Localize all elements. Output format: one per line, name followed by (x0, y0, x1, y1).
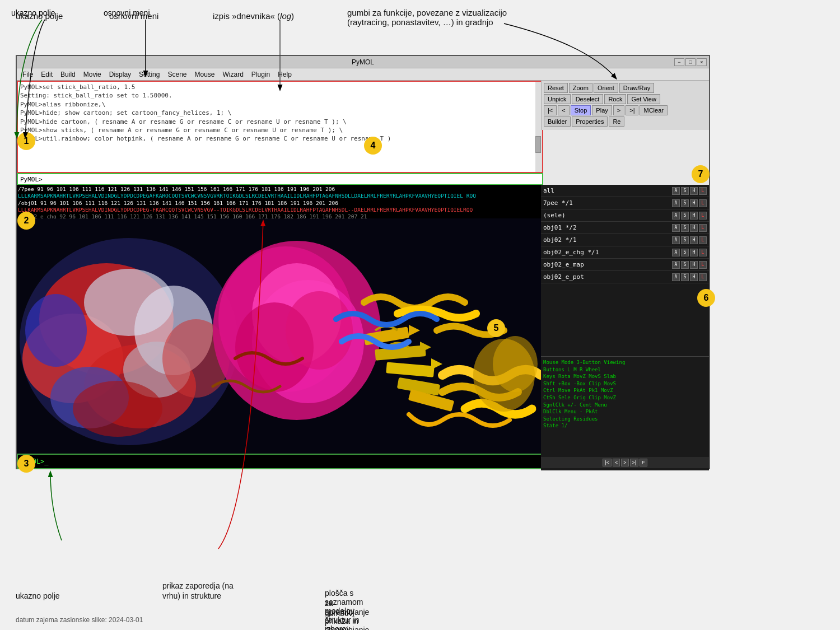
obj-sele-btn-h[interactable]: H (690, 212, 698, 220)
last-frame-btn[interactable]: >| (626, 105, 638, 115)
menu-plugin[interactable]: Plugin (248, 69, 273, 80)
pb-prev[interactable]: < (613, 459, 620, 466)
obj-sele-btn-l[interactable]: L (699, 212, 707, 220)
menu-help[interactable]: Help (274, 69, 295, 80)
obj-all-btn-l[interactable]: L (699, 187, 707, 195)
obj-obj01-btn-h[interactable]: H (690, 224, 698, 232)
getview-btn[interactable]: Get View (627, 94, 660, 104)
obj-obj02-btn-h[interactable]: H (690, 236, 698, 244)
seq-line-1: /7pee 91 96 101 106 111 116 121 126 131 … (18, 186, 542, 193)
obj-sele-btn-s[interactable]: S (681, 212, 689, 220)
obj-obj02-chg-btn-a[interactable]: A (672, 249, 680, 256)
mouse-mode-line2: Keys Rota MovZ MovS Slab (543, 373, 707, 380)
obj-obj02-btn-l[interactable]: L (699, 236, 707, 244)
obj-all-btn-a[interactable]: A (672, 187, 680, 195)
play-btn[interactable]: Play (592, 105, 612, 115)
menu-mouse[interactable]: Mouse (191, 69, 218, 80)
menu-movie[interactable]: Movie (80, 69, 105, 80)
unpick-btn[interactable]: Unpick (544, 94, 571, 104)
pb-flag[interactable]: F (640, 459, 647, 466)
obj-obj02-map[interactable]: obj02_e_map A S H L (541, 259, 709, 271)
obj-obj02-pot-btn-h[interactable]: H (690, 273, 698, 281)
menu-scene[interactable]: Scene (164, 69, 190, 80)
obj-obj01-btn-s[interactable]: S (681, 224, 689, 232)
close-btn[interactable]: × (697, 58, 707, 66)
menu-file[interactable]: File (19, 69, 36, 80)
cmd-input-top[interactable]: PyMOL> (17, 173, 543, 185)
obj-obj02-map-btn-s[interactable]: S (681, 261, 689, 269)
zoom-btn[interactable]: Zoom (569, 83, 592, 93)
mclear-btn[interactable]: MClear (640, 105, 667, 115)
menu-build[interactable]: Build (57, 69, 79, 80)
obj-all-btn-s[interactable]: S (681, 187, 689, 195)
obj-7pee-btns: A S H L (672, 199, 707, 207)
obj-obj02-pot-btn-l[interactable]: L (699, 273, 707, 281)
obj-obj02-pot[interactable]: obj02_e_pot A S H L (541, 271, 709, 283)
obj-obj01-name: obj01 */2 (543, 224, 672, 231)
obj-7pee-btn-h[interactable]: H (690, 199, 698, 207)
obj-obj02-chg-btns: A S H L (672, 249, 707, 256)
builder-btn[interactable]: Builder (544, 116, 571, 127)
reset-btn[interactable]: Reset (544, 83, 568, 93)
obj-obj02-pot-name: obj02_e_pot (543, 273, 672, 281)
obj-7pee-btn-s[interactable]: S (681, 199, 689, 207)
log-scrollbar-thumb[interactable] (535, 136, 541, 153)
obj-obj01-btn-a[interactable]: A (672, 224, 680, 232)
obj-obj01-btn-l[interactable]: L (699, 224, 707, 232)
cmd-bottom[interactable]: PyMOL>_ (17, 454, 543, 469)
pb-next[interactable]: >| (630, 459, 639, 466)
titlebar: PyMOL − □ × (17, 56, 709, 68)
3d-viewer[interactable] (17, 218, 543, 454)
pb-first[interactable]: |< (603, 459, 612, 466)
obj-obj02-btn-s[interactable]: S (681, 236, 689, 244)
window-title: PyMOL (352, 58, 374, 66)
obj-obj02-map-btn-a[interactable]: A (672, 261, 680, 269)
menu-setting[interactable]: Setting (136, 69, 163, 80)
obj-obj02-pot-btn-s[interactable]: S (681, 273, 689, 281)
obj-obj02-map-btn-l[interactable]: L (699, 261, 707, 269)
mouse-mode-line7: DblClk Menu - PkAt (543, 408, 707, 416)
obj-obj02-chg-btn-h[interactable]: H (690, 249, 698, 256)
titlebar-controls[interactable]: − □ × (674, 58, 707, 66)
stop-btn[interactable]: Stop (571, 105, 591, 115)
orient-btn[interactable]: Orient (594, 83, 618, 93)
mouse-mode-line4: Ctrl Move PkAt Pk1 MovZ (543, 387, 707, 394)
pb-play[interactable]: > (621, 459, 628, 466)
minimize-btn[interactable]: − (674, 58, 684, 66)
first-frame-btn[interactable]: |< (544, 105, 557, 115)
obj-obj02-map-name: obj02_e_map (543, 261, 672, 268)
menubar: File Edit Build Movie Display Setting Sc… (17, 68, 709, 81)
drawray-btn[interactable]: Draw/Ray (619, 83, 654, 93)
obj-obj02-map-btn-h[interactable]: H (690, 261, 698, 269)
prev-frame-btn[interactable]: < (558, 105, 569, 115)
re-btn[interactable]: Re (609, 116, 624, 127)
obj-obj02-chg[interactable]: obj02_e_chg */1 A S H L (541, 246, 709, 259)
maximize-btn[interactable]: □ (685, 58, 696, 66)
obj-sele-btn-a[interactable]: A (672, 212, 680, 220)
obj-all-name: all (543, 187, 672, 194)
obj-obj01[interactable]: obj01 */2 A S H L (541, 222, 709, 234)
sequence-area: /7pee 91 96 101 106 111 116 121 126 131 … (17, 185, 543, 218)
deselect-btn[interactable]: Deselect (572, 94, 604, 104)
obj-obj02-pot-btn-a[interactable]: A (672, 273, 680, 281)
next-frame-btn[interactable]: > (613, 105, 624, 115)
obj-obj02[interactable]: obj02 */1 A S H L (541, 234, 709, 246)
obj-7pee-btn-l[interactable]: L (699, 199, 707, 207)
obj-obj02-chg-btn-l[interactable]: L (699, 249, 707, 256)
obj-all-btn-h[interactable]: H (690, 187, 698, 195)
rock-btn[interactable]: Rock (604, 94, 626, 104)
obj-sele[interactable]: (sele) A S H L (541, 209, 709, 222)
menu-display[interactable]: Display (106, 69, 134, 80)
seq-line-5: /obj02_e_chg 92 96 101 106 111 116 121 1… (18, 213, 542, 218)
obj-obj02-chg-btn-s[interactable]: S (681, 249, 689, 256)
obj-obj02-btn-a[interactable]: A (672, 236, 680, 244)
menu-edit[interactable]: Edit (38, 69, 56, 80)
obj-7pee[interactable]: 7pee */1 A S H L (541, 197, 709, 209)
circle-1: 1 (17, 132, 35, 150)
obj-7pee-btn-a[interactable]: A (672, 199, 680, 207)
properties-btn[interactable]: Properties (572, 116, 608, 127)
obj-all[interactable]: all A S H L (541, 185, 709, 197)
circle-4: 4 (364, 137, 382, 155)
playback-controls: |< < > >| F (541, 457, 709, 468)
menu-wizard[interactable]: Wizard (220, 69, 247, 80)
